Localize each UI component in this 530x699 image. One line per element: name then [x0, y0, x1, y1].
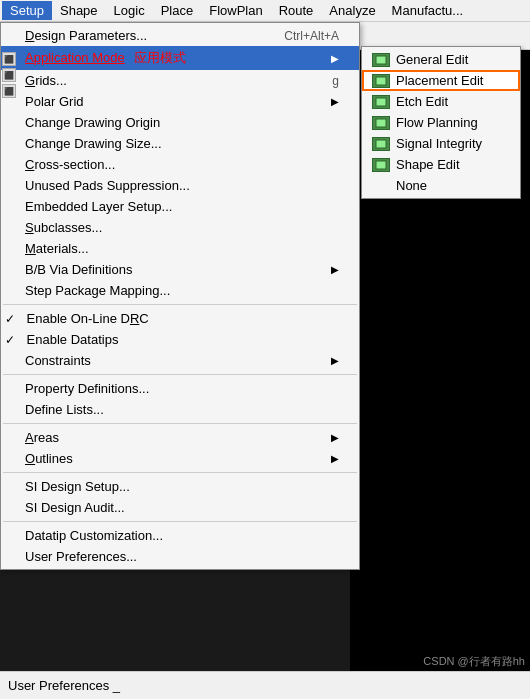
menu-item-materials[interactable]: Materials... [1, 238, 359, 259]
submenu-etch-edit[interactable]: Etch Edit [362, 91, 520, 112]
svg-rect-5 [376, 161, 386, 169]
menu-item-user-prefs[interactable]: User Preferences... [1, 546, 359, 567]
menu-place[interactable]: Place [153, 1, 202, 20]
menu-item-datatip-custom[interactable]: Datatip Customization... [1, 525, 359, 546]
menu-item-areas[interactable]: Areas ▶ [1, 427, 359, 448]
submenu-none[interactable]: None [362, 175, 520, 196]
left-icon-2[interactable]: ⬛ [2, 68, 16, 82]
menu-item-constraints[interactable]: Constraints ▶ [1, 350, 359, 371]
menu-item-drawing-size[interactable]: Change Drawing Size... [1, 133, 359, 154]
separator-4 [3, 472, 357, 473]
menu-item-cross-section[interactable]: Cross-section... [1, 154, 359, 175]
menu-item-polar-grid[interactable]: Polar Grid ▶ [1, 91, 359, 112]
menu-route[interactable]: Route [271, 1, 322, 20]
menu-item-drawing-origin[interactable]: Change Drawing Origin [1, 112, 359, 133]
menu-item-design-params[interactable]: Design Parameters... Ctrl+Alt+A [1, 25, 359, 46]
separator-5 [3, 521, 357, 522]
submenu-placement-edit[interactable]: Placement Edit [362, 70, 520, 91]
app-mode-submenu: General Edit Placement Edit Etch Edit [361, 46, 521, 199]
menu-item-subclasses[interactable]: Subclasses... [1, 217, 359, 238]
menu-shape[interactable]: Shape [52, 1, 106, 20]
menu-item-step-package[interactable]: Step Package Mapping... [1, 280, 359, 301]
menu-manufacture[interactable]: Manufactu... [384, 1, 472, 20]
svg-rect-3 [376, 119, 386, 127]
signal-integrity-icon [372, 137, 390, 151]
separator-3 [3, 423, 357, 424]
etch-edit-icon [372, 95, 390, 109]
submenu-signal-integrity[interactable]: Signal Integrity [362, 133, 520, 154]
menu-analyze[interactable]: Analyze [321, 1, 383, 20]
menu-logic[interactable]: Logic [106, 1, 153, 20]
menu-item-datatips[interactable]: ✓ Enable Datatips [1, 329, 359, 350]
menu-item-via-definitions[interactable]: B/B Via Definitions ▶ [1, 259, 359, 280]
menu-bar: Setup Shape Logic Place FlowPlan Route A… [0, 0, 530, 22]
menu-item-unused-pads[interactable]: Unused Pads Suppression... [1, 175, 359, 196]
menu-item-online-drc[interactable]: ✓ Enable On-Line DRC [1, 308, 359, 329]
left-icon-1[interactable]: ⬛ [2, 52, 16, 66]
user-prefs-status: User Preferences _ [8, 678, 120, 693]
menu-item-si-setup[interactable]: SI Design Setup... [1, 476, 359, 497]
menu-item-define-lists[interactable]: Define Lists... [1, 399, 359, 420]
menu-setup[interactable]: Setup [2, 1, 52, 20]
left-icon-3[interactable]: ⬛ [2, 84, 16, 98]
menu-flowplan[interactable]: FlowPlan [201, 1, 270, 20]
svg-rect-0 [376, 56, 386, 64]
general-edit-icon [372, 53, 390, 67]
flow-planning-icon [372, 116, 390, 130]
separator-1 [3, 304, 357, 305]
left-icons: ⬛ ⬛ ⬛ [0, 50, 18, 100]
menu-item-property-defs[interactable]: Property Definitions... [1, 378, 359, 399]
menu-item-si-audit[interactable]: SI Design Audit... [1, 497, 359, 518]
submenu-general-edit[interactable]: General Edit [362, 49, 520, 70]
shape-edit-icon [372, 158, 390, 172]
menu-item-app-mode[interactable]: Application Mode 应用模式 ▶ General Edit Pla… [1, 46, 359, 70]
separator-2 [3, 374, 357, 375]
svg-rect-2 [376, 98, 386, 106]
svg-rect-4 [376, 140, 386, 148]
menu-item-grids[interactable]: Grids... g [1, 70, 359, 91]
menu-item-outlines[interactable]: Outlines ▶ [1, 448, 359, 469]
submenu-flow-planning[interactable]: Flow Planning [362, 112, 520, 133]
setup-menu: Design Parameters... Ctrl+Alt+A Applicat… [0, 22, 360, 570]
dropdown-container: Design Parameters... Ctrl+Alt+A Applicat… [0, 22, 360, 570]
placement-edit-icon [372, 74, 390, 88]
watermark: CSDN @行者有路hh [423, 654, 525, 669]
status-bar: User Preferences _ [0, 671, 530, 699]
menu-item-embedded-layer[interactable]: Embedded Layer Setup... [1, 196, 359, 217]
submenu-shape-edit[interactable]: Shape Edit [362, 154, 520, 175]
svg-rect-1 [376, 77, 386, 85]
